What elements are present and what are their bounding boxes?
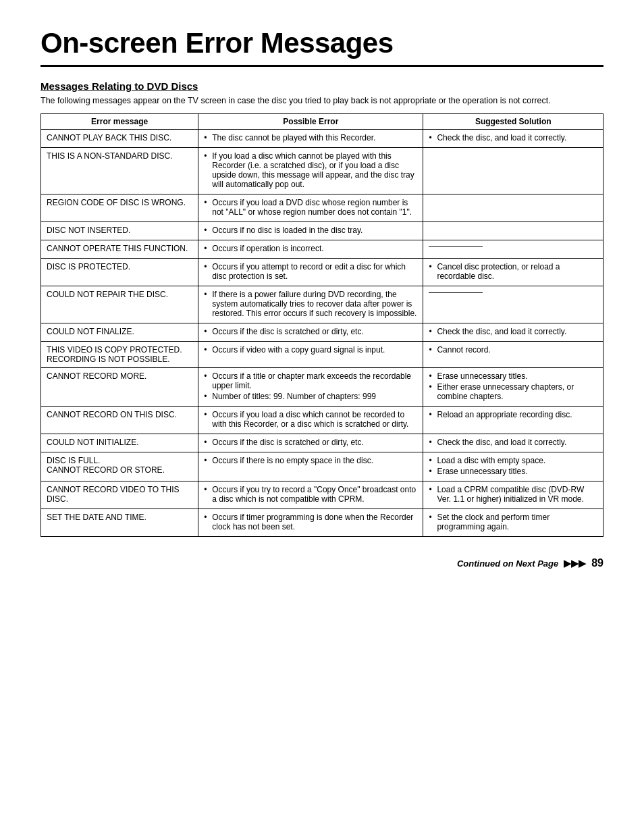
error-message-cell: DISC IS FULL.CANNOT RECORD OR STORE.	[41, 452, 198, 481]
next-page-arrows-icon: ▶▶▶	[564, 558, 586, 569]
list-item: Reload an appropriate recording disc.	[429, 410, 597, 419]
list-item: Occurs if video with a copy guard signal…	[204, 345, 417, 355]
possible-error-cell: Occurs if you attempt to record or edit …	[198, 259, 423, 286]
possible-error-cell: Occurs if operation is incorrect.	[198, 240, 423, 259]
table-row: COULD NOT FINALIZE.Occurs if the disc is…	[41, 323, 603, 342]
solution-cell	[423, 148, 603, 194]
error-message-cell: CANNOT RECORD MORE.	[41, 368, 198, 407]
list-item: If there is a power failure during DVD r…	[204, 290, 417, 318]
table-row: THIS IS A NON-STANDARD DISC.If you load …	[41, 148, 603, 194]
possible-error-cell: Occurs if there is no empty space in the…	[198, 452, 423, 481]
list-item: Occurs if you load a DVD disc whose regi…	[204, 198, 417, 217]
solution-cell: Cannot record.	[423, 342, 603, 368]
list-item: Set the clock and perform timer programm…	[429, 513, 597, 531]
col-header-error: Error message	[41, 114, 198, 130]
solution-cell	[423, 286, 603, 323]
list-item: Check the disc, and load it correctly.	[429, 438, 597, 447]
list-item: Occurs if you load a disc which cannot b…	[204, 410, 417, 429]
table-row: DISC IS FULL.CANNOT RECORD OR STORE.Occu…	[41, 452, 603, 481]
possible-error-cell: Occurs if a title or chapter mark exceed…	[198, 368, 423, 407]
possible-error-cell: The disc cannot be played with this Reco…	[198, 130, 423, 148]
list-item: The disc cannot be played with this Reco…	[204, 133, 417, 142]
table-row: CANNOT OPERATE THIS FUNCTION.Occurs if o…	[41, 240, 603, 259]
error-message-cell: REGION CODE OF DISC IS WRONG.	[41, 194, 198, 222]
page-number: 89	[591, 557, 603, 569]
table-row: CANNOT RECORD MORE.Occurs if a title or …	[41, 368, 603, 407]
solution-cell: Load a CPRM compatible disc (DVD-RW Ver.…	[423, 481, 603, 509]
table-row: COULD NOT INITIALIZE.Occurs if the disc …	[41, 434, 603, 452]
list-item: Occurs if no disc is loaded in the disc …	[204, 226, 417, 235]
section-title: Messages Relating to DVD Discs	[41, 80, 603, 92]
solution-cell: Reload an appropriate recording disc.	[423, 407, 603, 434]
list-item: Occurs if a title or chapter mark exceed…	[204, 371, 417, 390]
error-message-cell: CANNOT PLAY BACK THIS DISC.	[41, 130, 198, 148]
possible-error-cell: Occurs if timer programming is done when…	[198, 509, 423, 537]
possible-error-cell: If you load a disc which cannot be playe…	[198, 148, 423, 194]
list-item: Check the disc, and load it correctly.	[429, 327, 597, 336]
list-item: Erase unnecessary titles.	[429, 371, 597, 381]
error-message-cell: SET THE DATE AND TIME.	[41, 509, 198, 537]
continued-text: Continued on Next Page	[457, 558, 558, 569]
list-item: Occurs if the disc is scratched or dirty…	[204, 327, 417, 336]
solution-cell: Erase unnecessary titles.Either erase un…	[423, 368, 603, 407]
error-table: Error message Possible Error Suggested S…	[41, 113, 603, 537]
list-item: If you load a disc which cannot be playe…	[204, 151, 417, 189]
table-row: SET THE DATE AND TIME.Occurs if timer pr…	[41, 509, 603, 537]
error-message-cell: COULD NOT FINALIZE.	[41, 323, 198, 342]
list-item: Occurs if the disc is scratched or dirty…	[204, 438, 417, 447]
possible-error-cell: Occurs if the disc is scratched or dirty…	[198, 434, 423, 452]
table-row: COULD NOT REPAIR THE DISC.If there is a …	[41, 286, 603, 323]
solution-cell: Check the disc, and load it correctly.	[423, 434, 603, 452]
possible-error-cell: If there is a power failure during DVD r…	[198, 286, 423, 323]
list-item: Check the disc, and load it correctly.	[429, 133, 597, 142]
table-row: THIS VIDEO IS COPY PROTECTED. RECORDING …	[41, 342, 603, 368]
list-item: Load a CPRM compatible disc (DVD-RW Ver.…	[429, 485, 597, 504]
intro-text: The following messages appear on the TV …	[41, 96, 603, 105]
error-message-cell: THIS VIDEO IS COPY PROTECTED. RECORDING …	[41, 342, 198, 368]
table-row: DISC IS PROTECTED.Occurs if you attempt …	[41, 259, 603, 286]
footer-area: Continued on Next Page ▶▶▶ 89	[41, 557, 603, 569]
list-item: Erase unnecessary titles.	[429, 467, 597, 476]
possible-error-cell: Occurs if you load a disc which cannot b…	[198, 407, 423, 434]
error-message-cell: DISC IS PROTECTED.	[41, 259, 198, 286]
list-item: Occurs if operation is incorrect.	[204, 244, 417, 253]
error-message-cell: CANNOT RECORD VIDEO TO THIS DISC.	[41, 481, 198, 509]
error-message-cell: THIS IS A NON-STANDARD DISC.	[41, 148, 198, 194]
col-header-solution: Suggested Solution	[423, 114, 603, 130]
solution-cell: Set the clock and perform timer programm…	[423, 509, 603, 537]
solution-cell	[423, 222, 603, 240]
possible-error-cell: Occurs if you load a DVD disc whose regi…	[198, 194, 423, 222]
list-item: Occurs if there is no empty space in the…	[204, 456, 417, 465]
table-row: CANNOT RECORD VIDEO TO THIS DISC.Occurs …	[41, 481, 603, 509]
table-row: CANNOT PLAY BACK THIS DISC.The disc cann…	[41, 130, 603, 148]
list-item: Occurs if you try to record a "Copy Once…	[204, 485, 417, 504]
possible-error-cell: Occurs if you try to record a "Copy Once…	[198, 481, 423, 509]
table-row: CANNOT RECORD ON THIS DISC.Occurs if you…	[41, 407, 603, 434]
solution-cell: Check the disc, and load it correctly.	[423, 130, 603, 148]
list-item: Either erase unnecessary chapters, or co…	[429, 382, 597, 401]
list-item: Number of titles: 99. Number of chapters…	[204, 392, 417, 401]
solution-cell	[423, 194, 603, 222]
table-row: REGION CODE OF DISC IS WRONG.Occurs if y…	[41, 194, 603, 222]
possible-error-cell: Occurs if the disc is scratched or dirty…	[198, 323, 423, 342]
col-header-possible: Possible Error	[198, 114, 423, 130]
table-row: DISC NOT INSERTED.Occurs if no disc is l…	[41, 222, 603, 240]
error-message-cell: COULD NOT INITIALIZE.	[41, 434, 198, 452]
solution-cell	[423, 240, 603, 259]
list-item: Occurs if timer programming is done when…	[204, 513, 417, 531]
solution-cell: Load a disc with empty space.Erase unnec…	[423, 452, 603, 481]
possible-error-cell: Occurs if video with a copy guard signal…	[198, 342, 423, 368]
list-item: Cannot record.	[429, 345, 597, 355]
error-message-cell: DISC NOT INSERTED.	[41, 222, 198, 240]
possible-error-cell: Occurs if no disc is loaded in the disc …	[198, 222, 423, 240]
page-title: On-screen Error Messages	[41, 27, 603, 67]
error-message-cell: COULD NOT REPAIR THE DISC.	[41, 286, 198, 323]
solution-cell: Cancel disc protection, or reload a reco…	[423, 259, 603, 286]
error-message-cell: CANNOT OPERATE THIS FUNCTION.	[41, 240, 198, 259]
list-item: Cancel disc protection, or reload a reco…	[429, 262, 597, 281]
solution-cell: Check the disc, and load it correctly.	[423, 323, 603, 342]
list-item: Occurs if you attempt to record or edit …	[204, 262, 417, 281]
list-item: Load a disc with empty space.	[429, 456, 597, 465]
error-message-cell: CANNOT RECORD ON THIS DISC.	[41, 407, 198, 434]
